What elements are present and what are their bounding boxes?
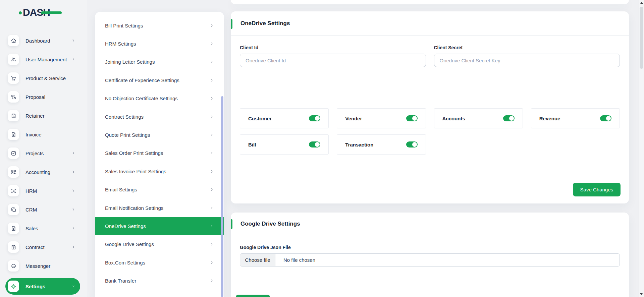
settings-menu-item-label: Google Drive Settings [105, 241, 154, 247]
main-sidebar: DASH Dashboard User Management [0, 0, 87, 297]
grid-plus-icon [8, 166, 19, 178]
sidebar-item-messenger[interactable]: Messenger [5, 259, 80, 273]
home-icon [8, 35, 19, 46]
settings-menu-item-label: OneDrive Settings [105, 223, 146, 229]
toggle-switch[interactable] [600, 115, 611, 121]
sidebar-item-label: Proposal [25, 94, 45, 100]
onedrive-settings-card: OneDrive Settings Client Id Client Secre… [231, 11, 629, 203]
settings-menu-item-label: Email Notification Settings [105, 205, 163, 211]
settings-menu-item-sales-invoice-print-settings[interactable]: Sales Invoice Print Settings [95, 162, 224, 180]
sidebar-item-contract[interactable]: Contract [5, 240, 80, 254]
settings-menu-item-hrm-settings[interactable]: HRM Settings [95, 35, 224, 53]
toggle-label: Accounts [442, 116, 465, 121]
chevron-right-icon [71, 245, 75, 249]
settings-menu-item-email-notification-settings[interactable]: Email Notification Settings [95, 199, 224, 217]
settings-menu-item-bill-print-settings[interactable]: Bill Print Settings [95, 16, 224, 35]
sidebar-item-dashboard[interactable]: Dashboard [5, 34, 80, 47]
sidebar-item-invoice[interactable]: Invoice [5, 128, 80, 141]
toggle-knob [315, 116, 320, 121]
section-title: Google Drive Settings [240, 221, 300, 227]
settings-menu-item-google-drive-settings[interactable]: Google Drive Settings [95, 235, 224, 253]
users-icon [8, 54, 19, 65]
toggle-label: Vender [345, 116, 362, 121]
client-id-input[interactable] [240, 54, 426, 67]
scrollbar-thumb[interactable] [640, 7, 643, 69]
browser-scrollbar[interactable] [639, 0, 644, 297]
settings-menu-item-barcode-settings[interactable]: Barcode Settings [95, 290, 224, 297]
chevron-right-icon [210, 279, 214, 283]
scrollbar-down-arrow-icon[interactable] [640, 293, 643, 295]
module-toggle-card-revenue: Revenue [531, 108, 620, 128]
file-icon [8, 129, 19, 140]
toggle-knob [509, 116, 514, 121]
google-drive-settings-card: Google Drive Settings Google Drive Json … [231, 213, 629, 297]
toggle-label: Customer [248, 116, 272, 121]
settings-menu-item-no-objection-certificate-settings[interactable]: No Objection Certificate Settings [95, 90, 224, 108]
client-id-field-group: Client Id [240, 45, 426, 67]
module-toggle-card-transaction: Transaction [337, 134, 426, 155]
sidebar-item-hrm[interactable]: HRM [5, 184, 80, 197]
sidebar-item-projects[interactable]: Projects [5, 146, 80, 160]
file-chosen-status: No file chosen [283, 257, 315, 263]
chevron-right-icon [210, 224, 214, 228]
settings-menu-panel: Bill Print Settings HRM Settings Joining… [95, 12, 224, 297]
cart-icon [8, 72, 19, 84]
sidebar-item-crm[interactable]: CRM [5, 203, 80, 216]
module-toggle-grid: Customer Vender Accounts Revenue Bill Tr… [240, 108, 620, 155]
chevron-right-icon [210, 115, 214, 119]
sidebar-item-label: HRM [25, 188, 37, 194]
sidebar-item-label: Dashboard [25, 38, 50, 44]
settings-menu-item-bank-transfer[interactable]: Bank Transfer [95, 272, 224, 290]
settings-menu-item-label: No Objection Certificate Settings [105, 96, 178, 101]
chevron-right-icon [71, 57, 75, 61]
settings-menu-item-quote-print-settings[interactable]: Quote Print Settings [95, 126, 224, 144]
settings-menu-item-certificate-of-experience-settings[interactable]: Certificate of Experience Settings [95, 71, 224, 89]
toggle-switch[interactable] [309, 115, 320, 121]
choose-file-button[interactable]: Choose file [240, 254, 275, 266]
sidebar-item-user-management[interactable]: User Management [5, 53, 80, 66]
header-accent-bar [231, 19, 232, 29]
swap-icon [8, 91, 19, 103]
toggle-switch[interactable] [406, 115, 418, 121]
settings-menu-item-label: Sales Order Print Settings [105, 150, 163, 156]
scrollbar-up-arrow-icon[interactable] [640, 2, 643, 4]
sidebar-item-retainer[interactable]: Retainer [5, 109, 80, 122]
settings-menu-scrollbar-thumb[interactable] [221, 96, 223, 297]
sidebar-item-sales[interactable]: Sales [5, 222, 80, 235]
sidebar-item-accounting[interactable]: Accounting [5, 165, 80, 179]
sidebar-item-product-service[interactable]: Product & Service [5, 71, 80, 85]
chevron-right-icon [71, 189, 75, 193]
chevron-right-icon [210, 169, 214, 174]
chevron-right-icon [210, 151, 214, 155]
settings-menu-item-label: Joining Letter Settings [105, 59, 155, 65]
settings-menu-item-contract-settings[interactable]: Contract Settings [95, 108, 224, 126]
sidebar-item-label: Product & Service [25, 75, 66, 81]
settings-menu-item-sales-order-print-settings[interactable]: Sales Order Print Settings [95, 144, 224, 162]
settings-menu-item-label: Box.Com Settings [105, 260, 145, 265]
sidebar-item-settings[interactable]: Settings [5, 278, 80, 295]
toggle-knob [412, 142, 417, 147]
client-secret-input[interactable] [434, 54, 620, 67]
settings-menu-item-label: Sales Invoice Print Settings [105, 169, 166, 174]
google-drive-json-file-label: Google Drive Json File [240, 245, 620, 250]
sidebar-item-proposal[interactable]: Proposal [5, 90, 80, 104]
save-changes-button[interactable]: Save Changes [573, 183, 621, 196]
chevron-right-icon [210, 187, 214, 192]
settings-menu-item-email-settings[interactable]: Email Settings [95, 181, 224, 199]
toggle-label: Bill [248, 142, 256, 147]
toggle-knob [315, 142, 320, 147]
settings-menu-item-onedrive-settings[interactable]: OneDrive Settings [95, 217, 224, 235]
settings-menu-item-box-com-settings[interactable]: Box.Com Settings [95, 253, 224, 272]
toggle-switch[interactable] [503, 115, 515, 121]
client-id-label: Client Id [240, 45, 426, 50]
card-header: OneDrive Settings [231, 11, 629, 36]
chevron-right-icon [71, 151, 75, 155]
tab-accounting-partial[interactable]: Accounting [236, 295, 270, 297]
toggle-switch[interactable] [309, 141, 320, 147]
toggle-switch[interactable] [406, 141, 418, 147]
copy-icon [8, 204, 19, 215]
card-header: Google Drive Settings [231, 213, 629, 235]
settings-menu-item-joining-letter-settings[interactable]: Joining Letter Settings [95, 53, 224, 71]
app-root: DASH Dashboard User Management [0, 0, 644, 297]
card-footer: Save Changes [231, 173, 629, 203]
